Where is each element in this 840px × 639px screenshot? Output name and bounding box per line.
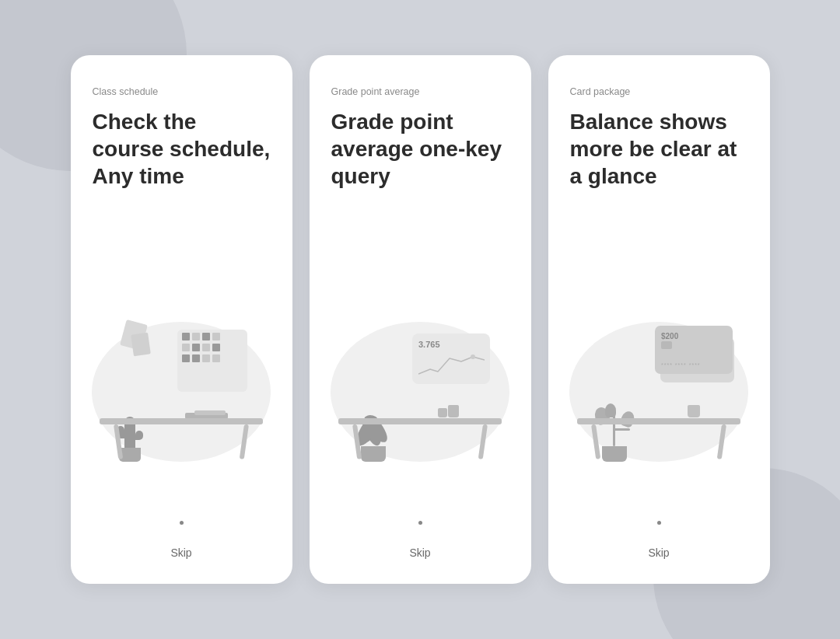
credit-card-chip (661, 341, 672, 349)
chart-line (418, 352, 484, 379)
cal-cell (212, 344, 220, 351)
dot-indicator-2 (310, 508, 531, 537)
card2-illustration: 3.765 (331, 205, 509, 493)
skip-button-1[interactable]: Skip (161, 543, 201, 562)
plant-leaves (354, 411, 393, 446)
phone-card-3: Card package Balance shows more be clear… (548, 55, 770, 584)
dot-active-2 (418, 521, 422, 525)
desk-table-2 (338, 418, 502, 424)
cup-item-1 (438, 408, 447, 417)
cal-cell (202, 344, 210, 351)
cards-container: Class schedule Check the course schedule… (71, 55, 770, 584)
plant3-leaves (591, 403, 638, 446)
scene-1 (100, 330, 263, 462)
paper-small (131, 333, 151, 357)
card3-title: Balance shows more be clear at a glance (570, 108, 748, 190)
card1-title: Check the course schedule, Any time (93, 108, 271, 190)
plant3-pot (602, 446, 627, 462)
table-leg-right-2 (478, 424, 488, 459)
cal-row-3 (177, 351, 247, 362)
credit-card-display: $200 **** **** **** (655, 326, 733, 374)
phone-card-2: Grade point average Grade point average … (310, 55, 531, 584)
scene-3: $200 **** **** **** (577, 330, 740, 462)
cal-cell (192, 344, 200, 351)
dot-indicator-1 (71, 508, 292, 537)
cactus-arm-right (135, 431, 143, 440)
card1-illustration (93, 205, 271, 493)
cal-cell (182, 354, 190, 362)
desk-table-3 (577, 418, 740, 424)
dot-active (180, 521, 184, 525)
credit-card-number: **** **** **** (661, 362, 701, 368)
table-leg-right (240, 424, 249, 459)
dot-active-3 (657, 521, 661, 525)
card-content-3: Card package Balance shows more be clear… (548, 55, 770, 508)
cal-cell (182, 333, 190, 340)
card2-title: Grade point average one-key query (331, 108, 509, 190)
skip-area-1[interactable]: Skip (71, 537, 292, 584)
cup-item-2 (448, 405, 459, 417)
desk-book-2 (194, 410, 226, 415)
skip-area-3[interactable]: Skip (548, 537, 770, 584)
table-top-2 (338, 418, 502, 424)
line-chart-svg (418, 352, 485, 377)
svg-point-0 (471, 354, 475, 359)
card-content-1: Class schedule Check the course schedule… (71, 55, 292, 508)
branch-right (613, 428, 630, 431)
card1-subtitle: Class schedule (93, 86, 271, 97)
cal-row-1 (177, 330, 247, 340)
calendar-card (177, 330, 247, 392)
plant2-pot (361, 446, 386, 462)
scene-2: 3.765 (338, 330, 502, 462)
skip-button-2[interactable]: Skip (400, 543, 439, 562)
phone-card-1: Class schedule Check the course schedule… (71, 55, 292, 584)
table-top-3 (577, 418, 740, 424)
desk-table (100, 418, 263, 424)
cal-row-2 (177, 340, 247, 351)
chart-display: 3.765 (412, 333, 490, 384)
skip-button-3[interactable]: Skip (639, 543, 678, 562)
dot-indicator-3 (548, 508, 770, 537)
credit-card-amount: $200 (661, 332, 726, 340)
card3-illustration: $200 **** **** **** (570, 205, 748, 493)
card-content-2: Grade point average Grade point average … (310, 55, 531, 508)
cal-cell (182, 344, 190, 351)
table-leg-right-3 (717, 424, 726, 459)
cal-cell (192, 354, 200, 362)
card2-subtitle: Grade point average (331, 86, 509, 97)
cal-cell (202, 354, 210, 362)
cal-cell (212, 354, 220, 362)
cal-cell (202, 333, 210, 340)
leaf-center (605, 403, 616, 417)
mug (688, 405, 700, 417)
table-top (100, 418, 263, 424)
cal-cell (192, 333, 200, 340)
skip-area-2[interactable]: Skip (310, 537, 531, 584)
chart-number: 3.765 (418, 340, 484, 349)
card3-subtitle: Card package (570, 86, 748, 97)
cal-cell (212, 333, 220, 340)
